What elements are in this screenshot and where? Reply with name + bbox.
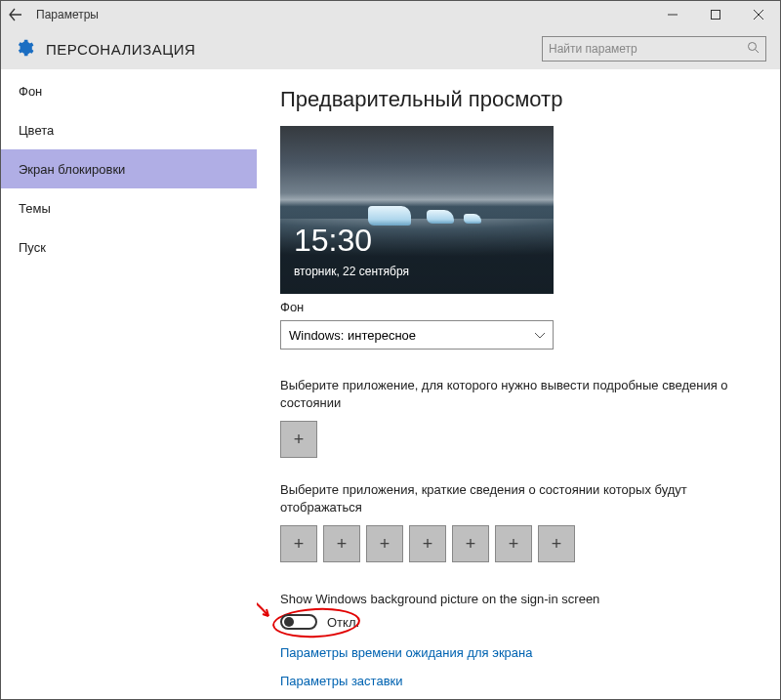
minimize-button[interactable] bbox=[651, 1, 694, 28]
sidebar-item-background[interactable]: Фон bbox=[1, 71, 257, 110]
search-icon bbox=[747, 41, 760, 57]
sidebar: Фон Цвета Экран блокировки Темы Пуск bbox=[1, 69, 257, 699]
toggle-knob bbox=[284, 617, 294, 627]
main-pane: Предварительный просмотр 15:30 вторник, … bbox=[257, 69, 780, 699]
gear-icon bbox=[15, 38, 34, 61]
screensaver-settings-link[interactable]: Параметры заставки bbox=[280, 674, 760, 688]
svg-line-3 bbox=[756, 50, 760, 54]
window-title: Параметры bbox=[30, 8, 99, 21]
titlebar: Параметры bbox=[1, 1, 780, 28]
plus-icon: + bbox=[509, 534, 519, 555]
preview-date: вторник, 22 сентября bbox=[294, 265, 409, 278]
plus-icon: + bbox=[423, 534, 433, 555]
search-placeholder: Найти параметр bbox=[549, 42, 637, 56]
window-controls bbox=[651, 1, 780, 28]
add-detailed-app-button[interactable]: + bbox=[280, 421, 317, 458]
detailed-status-label: Выберите приложение, для которого нужно … bbox=[280, 377, 760, 411]
add-quick-app-button[interactable]: + bbox=[538, 525, 575, 562]
add-quick-app-button[interactable]: + bbox=[452, 525, 489, 562]
sidebar-item-start[interactable]: Пуск bbox=[1, 227, 257, 267]
svg-point-2 bbox=[749, 43, 757, 51]
plus-icon: + bbox=[294, 430, 305, 450]
add-quick-app-button[interactable]: + bbox=[280, 525, 317, 562]
search-input[interactable]: Найти параметр bbox=[542, 36, 766, 62]
close-button[interactable] bbox=[737, 1, 780, 28]
signin-bg-toggle-label: Show Windows background picture on the s… bbox=[280, 592, 760, 606]
add-quick-app-button[interactable]: + bbox=[409, 525, 446, 562]
preview-heading: Предварительный просмотр bbox=[280, 87, 760, 112]
back-button[interactable] bbox=[1, 1, 30, 28]
dropdown-value: Windows: интересное bbox=[289, 328, 416, 343]
add-quick-app-button[interactable]: + bbox=[323, 525, 360, 562]
quick-status-label: Выберите приложения, краткие сведения о … bbox=[280, 481, 760, 515]
plus-icon: + bbox=[466, 534, 476, 555]
section-title: ПЕРСОНАЛИЗАЦИЯ bbox=[46, 41, 195, 58]
plus-icon: + bbox=[337, 534, 348, 555]
screen-timeout-link[interactable]: Параметры времени ожидания для экрана bbox=[280, 645, 760, 660]
add-quick-app-button[interactable]: + bbox=[495, 525, 532, 562]
background-dropdown[interactable]: Windows: интересное bbox=[280, 320, 554, 350]
lockscreen-preview: 15:30 вторник, 22 сентября bbox=[280, 126, 554, 294]
chevron-down-icon bbox=[535, 330, 545, 341]
maximize-button[interactable] bbox=[694, 1, 737, 28]
plus-icon: + bbox=[294, 534, 305, 555]
sidebar-item-lockscreen[interactable]: Экран блокировки bbox=[1, 149, 257, 188]
sidebar-item-colors[interactable]: Цвета bbox=[1, 110, 257, 149]
background-label: Фон bbox=[280, 300, 760, 314]
svg-rect-1 bbox=[712, 11, 720, 20]
preview-time: 15:30 bbox=[294, 223, 372, 259]
add-quick-app-button[interactable]: + bbox=[366, 525, 403, 562]
signin-bg-toggle[interactable] bbox=[280, 614, 317, 630]
plus-icon: + bbox=[552, 534, 562, 555]
plus-icon: + bbox=[380, 534, 390, 555]
header: ПЕРСОНАЛИЗАЦИЯ Найти параметр bbox=[1, 28, 780, 69]
sidebar-item-themes[interactable]: Темы bbox=[1, 188, 257, 227]
signin-bg-toggle-row: Откл. bbox=[280, 614, 760, 630]
